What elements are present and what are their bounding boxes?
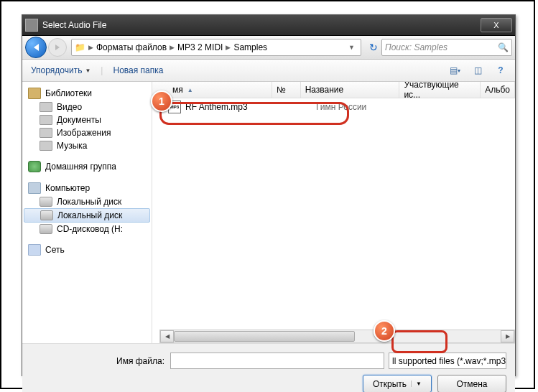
organize-button[interactable]: Упорядочить▼ — [28, 64, 93, 77]
search-placeholder: Поиск: Samples — [385, 42, 498, 52]
new-folder-button[interactable]: Новая папка — [110, 64, 166, 77]
column-headers: мя▲ № Название Участвующие ис... Альбо — [152, 82, 515, 98]
sidebar-cd-drive[interactable]: CD-дисковод (H: — [22, 223, 152, 235]
preview-pane-button[interactable]: ◫ — [469, 62, 486, 78]
annotation-badge: 1 — [151, 90, 172, 112]
breadcrumb-segment[interactable]: Samples — [233, 42, 267, 52]
chevron-right-icon: ▶ — [88, 44, 93, 51]
breadcrumb[interactable]: 📁 ▶ Форматы файлов ▶ MP3 2 MIDI ▶ Sample… — [71, 39, 361, 56]
nav-forward-button — [48, 38, 67, 57]
sidebar: Библиотеки Видео Документы Изображения М… — [22, 82, 152, 343]
nav-bar: 📁 ▶ Форматы файлов ▶ MP3 2 MIDI ▶ Sample… — [22, 36, 515, 60]
search-icon[interactable]: 🔍 — [498, 42, 509, 52]
scroll-right-arrow[interactable]: ▶ — [501, 330, 514, 342]
chevron-right-icon: ▶ — [170, 44, 175, 51]
col-album[interactable]: Альбо — [481, 82, 515, 98]
computer-icon — [28, 182, 41, 194]
refresh-button[interactable]: ↻ — [366, 39, 381, 55]
library-icon — [28, 88, 41, 99]
sidebar-computer[interactable]: Компьютер — [22, 181, 152, 195]
close-button[interactable]: X — [481, 18, 512, 32]
view-mode-button[interactable]: ▤ ▾ — [446, 62, 463, 78]
folder-icon: 📁 — [75, 42, 85, 52]
file-name: RF Anthem.mp3 — [185, 102, 292, 112]
folder-icon — [40, 141, 52, 151]
sidebar-documents[interactable]: Документы — [22, 113, 152, 126]
cd-icon — [40, 224, 52, 234]
disk-icon — [40, 210, 53, 220]
sidebar-music[interactable]: Музыка — [22, 139, 152, 152]
bottom-panel: Имя файла: ll supported files (*.wav;*.m… — [22, 343, 515, 392]
chevron-down-icon: ▼ — [85, 67, 91, 74]
filename-label: Имя файла: — [31, 356, 170, 366]
file-dialog: Select Audio File X 📁 ▶ Форматы файлов ▶… — [22, 14, 516, 376]
sidebar-network[interactable]: Сеть — [22, 243, 152, 257]
horizontal-scrollbar[interactable]: ◀ ▶ — [159, 330, 515, 343]
sidebar-homegroup[interactable]: Домашняя группа — [22, 159, 152, 174]
main-area: Библиотеки Видео Документы Изображения М… — [22, 82, 515, 343]
toolbar: Упорядочить▼ | Новая папка ▤ ▾ ◫ ? — [22, 60, 515, 82]
chevron-down-icon[interactable]: ▼ — [348, 44, 355, 51]
annotation-badge: 2 — [374, 320, 395, 342]
filetype-dropdown[interactable]: ll supported files (*.wav;*.mp3▼ — [389, 353, 506, 369]
col-number[interactable]: № — [272, 82, 301, 98]
search-input[interactable]: Поиск: Samples 🔍 — [381, 39, 512, 56]
cancel-button[interactable]: Отмена — [437, 375, 506, 392]
col-title[interactable]: Название — [301, 82, 400, 98]
help-button[interactable]: ? — [492, 62, 509, 78]
chevron-right-icon: ▶ — [226, 44, 231, 51]
homegroup-icon — [28, 161, 41, 172]
filename-input[interactable] — [170, 353, 384, 369]
folder-icon — [40, 102, 52, 112]
folder-icon — [40, 128, 52, 138]
file-row[interactable]: MP3 RF Anthem.mp3 Гимн России — [152, 98, 515, 116]
chevron-down-icon: ▼ — [506, 358, 506, 365]
scroll-track[interactable] — [174, 331, 501, 342]
breadcrumb-segment[interactable]: MP3 2 MIDI — [177, 42, 223, 52]
scroll-left-arrow[interactable]: ◀ — [160, 330, 174, 342]
sidebar-local-disk[interactable]: Локальный диск — [22, 195, 152, 208]
sidebar-local-disk-selected[interactable]: Локальный диск — [24, 208, 150, 223]
open-button[interactable]: Открыть▼ — [363, 375, 432, 392]
sidebar-libraries[interactable]: Библиотеки — [22, 86, 152, 101]
file-title: Гимн России — [316, 102, 417, 112]
breadcrumb-segment[interactable]: Форматы файлов — [96, 42, 167, 52]
col-name[interactable]: мя▲ — [168, 82, 272, 98]
disk-icon — [40, 197, 52, 207]
network-icon — [28, 244, 41, 256]
titlebar[interactable]: Select Audio File X — [22, 15, 515, 36]
folder-icon — [40, 115, 52, 125]
chevron-down-icon: ▼ — [411, 381, 422, 387]
sort-asc-icon: ▲ — [187, 87, 193, 93]
scroll-thumb[interactable] — [174, 331, 355, 342]
sidebar-video[interactable]: Видео — [22, 101, 152, 113]
app-icon — [25, 19, 38, 32]
nav-back-button[interactable] — [25, 37, 47, 58]
col-artists[interactable]: Участвующие ис... — [399, 82, 481, 98]
file-list-pane: мя▲ № Название Участвующие ис... Альбо M… — [152, 82, 515, 343]
sidebar-images[interactable]: Изображения — [22, 126, 152, 139]
window-title: Select Audio File — [42, 20, 481, 30]
